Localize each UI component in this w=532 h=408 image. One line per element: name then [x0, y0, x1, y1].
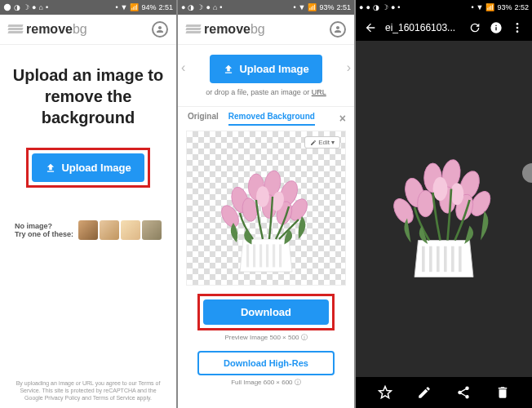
app-header: removebg — [0, 15, 176, 45]
messenger-icon — [3, 3, 11, 11]
logo[interactable]: removebg — [8, 22, 87, 37]
upload-area: Upload Image or drop a file, paste an im… — [178, 45, 354, 107]
fine-print: By uploading an image or URL you agree t… — [0, 373, 176, 408]
refresh-icon[interactable] — [468, 21, 481, 34]
download-hires-button[interactable]: Download High-Res — [197, 351, 335, 375]
upload-button[interactable]: Upload Image — [210, 55, 321, 83]
status-bar: ●◑☽●⌂• •▼📶93%2:51 — [178, 0, 354, 15]
highlight-box: Upload Image — [26, 148, 149, 188]
full-caption: Full Image 600 × 600 ⓘ — [197, 378, 335, 387]
preview-area: Edit ▾ — [186, 131, 346, 286]
svg-rect-23 — [437, 246, 440, 273]
download-section: Download Preview Image 500 × 500 ⓘ Downl… — [178, 290, 354, 392]
svg-point-0 — [4, 4, 11, 11]
chevron-right-icon[interactable]: › — [347, 60, 351, 75]
highlight-box: Download — [197, 294, 335, 330]
status-bar: ●●◑☽●• •▼📶93%2:52 — [356, 0, 532, 15]
svg-point-20 — [516, 30, 519, 33]
account-icon[interactable] — [330, 21, 346, 38]
tab-original[interactable]: Original — [188, 112, 219, 126]
screen-3: ●●◑☽●• •▼📶93%2:52 ei_160166103... — [356, 0, 532, 408]
page-heading: Upload an image to remove the background — [10, 64, 166, 128]
side-handle[interactable] — [522, 163, 532, 183]
bottom-toolbar — [356, 377, 532, 408]
svg-rect-1 — [246, 244, 249, 267]
tabs: Original Removed Background × — [178, 107, 354, 126]
output-image — [370, 134, 517, 284]
back-icon[interactable] — [364, 21, 377, 34]
svg-rect-24 — [444, 246, 447, 273]
star-icon[interactable] — [378, 385, 392, 400]
svg-rect-22 — [429, 246, 432, 273]
svg-rect-25 — [451, 246, 454, 273]
svg-point-37 — [450, 183, 463, 205]
svg-point-36 — [433, 177, 448, 201]
no-image-row: No image? Try one of these: — [10, 220, 166, 240]
drop-hint: or drop a file, paste an image or URL — [188, 88, 344, 96]
svg-rect-21 — [422, 246, 425, 273]
image-viewport[interactable] — [356, 41, 532, 377]
svg-rect-6 — [279, 244, 282, 267]
file-title: ei_160166103... — [385, 22, 460, 33]
no-image-label: No image? Try one of these: — [15, 222, 73, 238]
svg-point-19 — [516, 27, 519, 29]
svg-point-16 — [256, 186, 269, 207]
svg-point-18 — [516, 23, 519, 25]
screen-2: ●◑☽●⌂• •▼📶93%2:51 removebg Upload Image … — [178, 0, 354, 408]
download-button[interactable]: Download — [203, 299, 329, 325]
svg-point-33 — [418, 190, 434, 216]
svg-rect-5 — [273, 244, 275, 267]
upload-icon — [223, 64, 234, 75]
upload-icon — [45, 162, 56, 174]
battery-text: 94% — [141, 3, 156, 11]
sample-thumbs[interactable] — [78, 220, 162, 240]
delete-icon[interactable] — [495, 385, 510, 400]
share-icon[interactable] — [456, 385, 471, 400]
svg-rect-3 — [259, 244, 262, 267]
svg-rect-4 — [266, 244, 268, 267]
time-text: 2:51 — [158, 3, 173, 11]
tab-removed-bg[interactable]: Removed Background — [228, 112, 315, 126]
app-header: removebg — [178, 15, 354, 45]
status-bar: ◑☽●⌂• •▼📶 94% 2:51 — [0, 0, 176, 15]
screen-1: ◑☽●⌂• •▼📶 94% 2:51 removebg Upload an im… — [0, 0, 176, 408]
svg-rect-2 — [253, 244, 255, 267]
edit-icon[interactable] — [417, 385, 432, 400]
logo[interactable]: removebg — [186, 22, 265, 37]
account-icon[interactable] — [152, 21, 168, 38]
result-image — [201, 148, 331, 282]
preview-caption: Preview Image 500 × 500 ⓘ — [197, 333, 335, 342]
info-icon[interactable] — [490, 21, 503, 34]
main-content: Upload an image to remove the background… — [0, 45, 176, 373]
more-icon[interactable] — [511, 21, 524, 34]
pencil-icon — [310, 140, 317, 146]
viewer-header: ei_160166103... — [356, 15, 532, 41]
url-link[interactable]: URL — [312, 88, 326, 96]
svg-rect-26 — [459, 246, 462, 273]
edit-button[interactable]: Edit ▾ — [304, 136, 340, 149]
upload-button[interactable]: Upload Image — [32, 153, 144, 182]
close-icon[interactable]: × — [339, 112, 346, 128]
chevron-left-icon[interactable]: ‹ — [181, 60, 185, 75]
